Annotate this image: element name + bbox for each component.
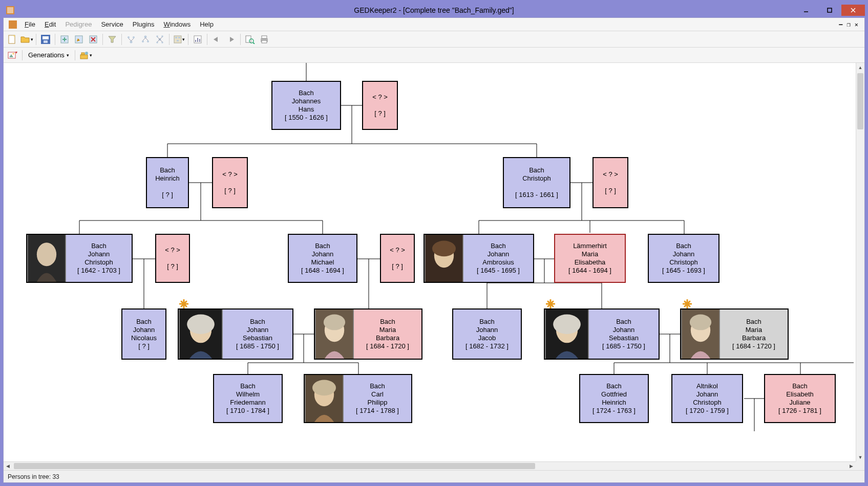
person-card[interactable]: BachJohannNicolaus[ ? ] <box>121 308 166 360</box>
person-card[interactable]: BachCarlPhilipp[ 1714 - 1788 ] <box>304 374 412 423</box>
edit-record-button[interactable] <box>72 33 86 46</box>
person-card[interactable]: BachHeinrich[ ? ] <box>146 157 189 208</box>
person-card[interactable]: < ? >[ ? ] <box>362 81 398 130</box>
hscroll-thumb[interactable] <box>14 463 535 469</box>
vertical-scrollbar[interactable]: ▲ ▼ <box>856 63 864 461</box>
person-card[interactable]: BachJohannSebastian[ 1685 - 1750 ] <box>178 308 293 360</box>
tree-both-button[interactable] <box>153 33 166 46</box>
person-card[interactable]: BachJohannesHans[ 1550 - 1626 ] <box>271 81 341 130</box>
minimize-button[interactable] <box>794 5 818 16</box>
doc-icon <box>9 20 17 29</box>
person-card[interactable]: BachJohannChristoph[ 1645 - 1693 ] <box>648 234 719 283</box>
svg-rect-44 <box>177 40 179 41</box>
print-button[interactable] <box>258 33 271 46</box>
tree-canvas[interactable]: BachJohannesHans[ 1550 - 1626 ] < ? >[ ?… <box>4 63 864 470</box>
svg-line-53 <box>253 42 255 44</box>
svg-rect-6 <box>9 20 17 29</box>
svg-line-38 <box>160 37 162 39</box>
expand-indicator-icon[interactable] <box>179 299 188 308</box>
tree-options-button[interactable]: ▾ <box>77 49 94 61</box>
preview-button[interactable] <box>243 33 257 46</box>
tree-ancestors-button[interactable] <box>124 33 138 46</box>
svg-marker-49 <box>214 37 218 42</box>
new-file-button[interactable] <box>6 33 19 46</box>
svg-line-25 <box>129 38 131 41</box>
svg-marker-60 <box>15 52 17 54</box>
tree-descendants-button[interactable] <box>139 33 152 46</box>
person-card[interactable]: BachMariaBarbara[ 1684 - 1720 ] <box>314 308 422 360</box>
person-card[interactable]: BachElisabethJuliane[ 1726 - 1781 ] <box>764 374 836 423</box>
svg-point-112 <box>187 315 215 334</box>
menu-windows[interactable]: Windows <box>159 19 195 30</box>
person-card[interactable]: BachMariaBarbara[ 1684 - 1720 ] <box>680 308 789 360</box>
expand-indicator-icon[interactable] <box>683 299 692 308</box>
maximize-button[interactable] <box>818 5 841 16</box>
menu-help[interactable]: Help <box>195 19 218 30</box>
tree-toolbar: Generations ▾ ▾ <box>4 48 864 63</box>
svg-rect-42 <box>175 37 177 38</box>
menu-plugins[interactable]: Plugins <box>128 19 159 30</box>
close-button[interactable] <box>841 5 865 16</box>
titlebar: GEDKeeper2 - [Complete tree "Bach_Family… <box>3 3 865 17</box>
open-file-button[interactable]: ▾ <box>20 33 33 46</box>
export-image-button[interactable] <box>6 49 20 61</box>
svg-line-40 <box>160 39 162 42</box>
person-card[interactable]: AltnikolJohannChristoph[ 1720 - 1759 ] <box>671 374 743 423</box>
person-card[interactable]: < ? >[ ? ] <box>380 234 415 283</box>
window-title: GEDKeeper2 - [Complete tree "Bach_Family… <box>354 6 514 14</box>
menubar: File Edit Pedigree Service Plugins Windo… <box>4 18 864 31</box>
menu-edit[interactable]: Edit <box>40 19 60 30</box>
vscroll-thumb[interactable] <box>857 73 863 129</box>
person-card[interactable]: BachGottfriedHeinrich[ 1724 - 1763 ] <box>579 374 649 423</box>
svg-rect-1 <box>7 7 13 13</box>
person-card[interactable]: BachWilhelmFriedemann[ 1710 - 1784 ] <box>213 374 283 423</box>
svg-marker-21 <box>109 36 116 42</box>
person-card[interactable]: BachJohannJacob[ 1682 - 1732 ] <box>452 308 522 360</box>
app-icon <box>6 6 14 14</box>
svg-point-109 <box>432 241 456 257</box>
horizontal-scrollbar[interactable]: ◀ ▶ <box>4 461 856 470</box>
svg-line-31 <box>145 38 148 40</box>
filter-button[interactable] <box>105 33 119 46</box>
generations-dropdown[interactable]: Generations ▾ <box>25 49 73 61</box>
expand-indicator-icon[interactable] <box>546 299 555 308</box>
stats-button[interactable] <box>191 33 204 46</box>
svg-point-29 <box>147 40 149 42</box>
menu-file[interactable]: File <box>20 19 40 30</box>
mdi-close-button[interactable]: ✕ <box>855 21 858 28</box>
person-card[interactable]: BachJohannMichael[ 1648 - 1694 ] <box>288 234 357 283</box>
person-card[interactable]: BachJohannSebastian[ 1685 - 1750 ] <box>544 308 660 360</box>
person-card[interactable]: BachChristoph[ 1613 - 1661 ] <box>503 157 570 208</box>
person-card[interactable]: < ? >[ ? ] <box>155 234 190 283</box>
mdi-minimize-button[interactable]: — <box>839 21 842 28</box>
svg-rect-3 <box>828 8 832 12</box>
svg-point-115 <box>324 315 345 330</box>
person-card[interactable]: < ? >[ ? ] <box>212 157 248 208</box>
add-record-button[interactable] <box>58 33 71 46</box>
svg-rect-55 <box>262 36 267 38</box>
main-toolbar: ▾ ▾ <box>4 31 864 48</box>
svg-point-106 <box>37 242 56 266</box>
svg-point-27 <box>144 35 147 38</box>
svg-point-121 <box>690 315 711 330</box>
svg-point-24 <box>133 36 135 38</box>
svg-point-59 <box>13 53 14 54</box>
person-card[interactable]: BachJohannAmbrosius[ 1645 - 1695 ] <box>424 234 534 283</box>
svg-rect-62 <box>81 53 84 55</box>
person-card[interactable]: < ? >[ ? ] <box>592 157 628 208</box>
mdi-restore-button[interactable]: ❐ <box>847 21 851 28</box>
nav-back-button[interactable] <box>210 33 223 46</box>
menu-service[interactable]: Service <box>96 19 128 30</box>
person-card[interactable]: BachJohannChristoph[ 1642 - 1703 ] <box>26 234 133 283</box>
svg-point-63 <box>85 52 88 55</box>
nav-forward-button[interactable] <box>224 33 238 46</box>
svg-rect-11 <box>43 36 49 39</box>
pedigree-chart-button[interactable]: ▾ <box>172 33 185 46</box>
person-card[interactable]: LämmerhirtMariaElisabetha[ 1644 - 1694 ] <box>554 234 626 283</box>
statusbar: Persons in tree: 33 <box>4 470 864 482</box>
delete-record-button[interactable] <box>87 33 100 46</box>
save-button[interactable] <box>39 33 52 46</box>
svg-point-124 <box>312 380 336 396</box>
svg-point-22 <box>130 40 133 43</box>
svg-point-28 <box>142 40 144 42</box>
